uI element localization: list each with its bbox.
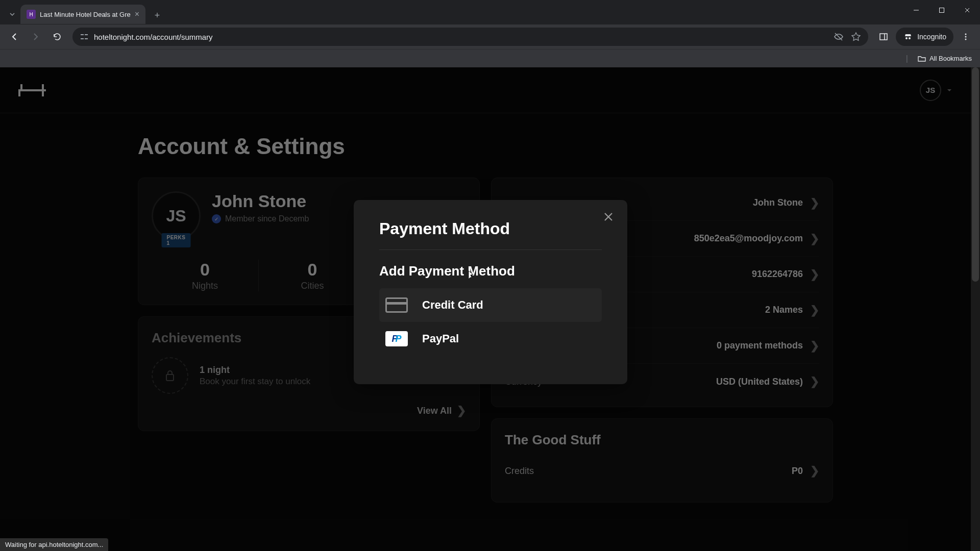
bookmark-bar: | All Bookmarks (0, 49, 980, 67)
incognito-icon (903, 32, 913, 42)
chevron-down-icon (9, 11, 15, 17)
close-icon (603, 211, 614, 222)
tab-title: Last Minute Hotel Deals at Gre (40, 11, 131, 18)
svg-point-9 (965, 39, 967, 40)
payment-method-modal: Payment Method Add Payment Method Credit… (354, 200, 627, 384)
credit-card-icon (384, 296, 409, 314)
tab-close-button[interactable]: × (135, 10, 139, 19)
svg-rect-3 (81, 38, 84, 39)
tab-search-dropdown[interactable] (4, 5, 20, 24)
payment-option-paypal[interactable]: PP PayPal (379, 322, 602, 356)
browser-status-bar: Waiting for api.hoteltonight.com... (0, 538, 108, 551)
scrollbar-thumb[interactable] (972, 67, 979, 282)
url-text: hoteltonight.com/account/summary (94, 33, 213, 41)
side-panel-button[interactable] (874, 28, 893, 46)
vertical-scrollbar[interactable] (971, 67, 980, 551)
svg-rect-5 (880, 34, 887, 40)
back-button[interactable] (5, 28, 23, 46)
close-window-button[interactable] (954, 0, 980, 20)
incognito-badge[interactable]: Incognito (896, 28, 953, 46)
eye-off-icon[interactable] (834, 32, 844, 42)
window-controls (903, 0, 980, 20)
folder-icon (917, 54, 926, 63)
forward-button[interactable] (27, 28, 45, 46)
reload-button[interactable] (48, 28, 66, 46)
browser-menu-button[interactable] (957, 28, 975, 46)
all-bookmarks-button[interactable]: All Bookmarks (917, 54, 972, 63)
new-tab-button[interactable]: + (150, 8, 165, 23)
tab-strip: H Last Minute Hotel Deals at Gre × + (0, 0, 165, 24)
svg-point-7 (965, 34, 967, 35)
page-content: JS Account & Settings JS PERKS 1 John St… (0, 67, 971, 551)
minimize-button[interactable] (903, 0, 929, 20)
modal-title: Payment Method (379, 219, 602, 250)
payment-option-credit-card[interactable]: Credit Card (379, 288, 602, 322)
svg-rect-0 (940, 8, 944, 13)
paypal-icon: PP (384, 330, 409, 347)
modal-close-button[interactable] (603, 211, 614, 222)
svg-rect-2 (85, 34, 88, 35)
site-settings-icon[interactable] (80, 32, 89, 41)
svg-rect-4 (85, 38, 88, 39)
modal-subtitle: Add Payment Method (379, 263, 602, 279)
browser-toolbar: hoteltonight.com/account/summary Incogni… (0, 24, 980, 49)
bookmark-star-icon[interactable] (851, 32, 861, 42)
maximize-button[interactable] (929, 0, 954, 20)
svg-rect-1 (81, 34, 84, 35)
browser-titlebar: H Last Minute Hotel Deals at Gre × + (0, 0, 980, 24)
browser-tab[interactable]: H Last Minute Hotel Deals at Gre × (20, 5, 145, 24)
address-bar[interactable]: hoteltonight.com/account/summary (72, 28, 868, 46)
svg-point-8 (965, 36, 967, 38)
tab-favicon: H (27, 10, 36, 19)
